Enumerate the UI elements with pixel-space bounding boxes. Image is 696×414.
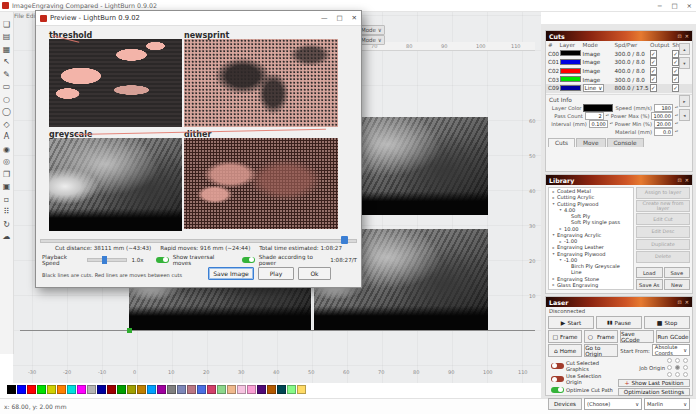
material-library-tree[interactable]: ▸Coated Metal▸Cutting Acrylic▾Cutting Pl… [548,187,634,290]
layer-color-swatch[interactable] [560,68,581,74]
output-checkbox[interactable]: ✓ [650,75,657,83]
show-checkbox[interactable]: ✓ [672,58,679,66]
marker-tool-icon[interactable]: ◉ [1,144,12,155]
palette-color-swatch[interactable] [67,385,76,394]
palette-color-swatch[interactable] [77,385,86,394]
window-maximize-button[interactable]: □ [671,2,677,10]
tree-expander-icon[interactable]: ▸ [551,289,556,290]
layer-mode-cell[interactable]: Image [583,59,615,65]
palette-color-swatch[interactable] [107,385,116,394]
tree-expander-icon[interactable]: ▾ [558,207,563,212]
save-image-button[interactable]: Save Image [208,267,254,280]
layer-mode-cell[interactable]: Image [583,68,615,74]
dialog-minimize-button[interactable]: — [321,14,328,22]
palette-color-swatch[interactable] [277,385,286,394]
window-close-button[interactable]: × [687,2,692,10]
spinner-icon[interactable]: ▴▾ [610,122,613,125]
output-checkbox[interactable]: ✓ [650,58,657,66]
palette-color-swatch[interactable] [7,385,16,394]
frame-circle-button[interactable]: ○Frame [584,330,618,343]
palette-color-swatch[interactable] [257,385,266,394]
frame-square-button[interactable]: ▢Frame [548,330,582,343]
stop-button[interactable]: ■Stop [644,316,690,329]
job-origin-radio[interactable] [675,372,680,377]
draw-line-icon[interactable]: ✎ [1,69,12,80]
job-origin-radio[interactable] [683,365,688,370]
palette-color-swatch[interactable] [157,385,166,394]
ellipse-tool-icon[interactable]: ○ [1,94,12,105]
play-button[interactable]: Play [258,267,294,280]
dialog-close-button[interactable]: ✕ [352,14,357,22]
dock-tab-cuts[interactable]: Cuts [548,138,575,147]
job-origin-radio[interactable] [667,372,672,377]
palette-color-swatch[interactable] [27,385,36,394]
palette-color-swatch[interactable] [267,385,276,394]
group-icon[interactable]: ❐ [1,169,12,180]
job-origin-radio[interactable] [683,372,688,377]
cuts-float-icon[interactable]: ⊡ [678,33,682,39]
polygon-tool-icon[interactable]: ◇ [1,119,12,130]
optimization-settings-button[interactable]: Optimization Settings [618,388,690,396]
devices-button[interactable]: Devices [548,398,582,410]
dialog-maximize-button[interactable]: □ [336,14,342,22]
preview-dialog-titlebar[interactable]: Preview - LightBurn 0.9.02 — □ ✕ [36,11,361,26]
palette-color-swatch[interactable] [227,385,236,394]
palette-color-swatch[interactable] [207,385,216,394]
layer-down-button[interactable]: ▾ [679,57,690,69]
laser-close-icon[interactable]: ✕ [685,299,689,305]
array-icon[interactable]: ⠿ [1,207,12,218]
tree-expander-icon[interactable]: ▾ [551,232,556,237]
circle-tool-icon[interactable]: ◯ [1,107,12,118]
library-save-button[interactable]: Save [664,267,691,278]
spinner-icon[interactable]: ▴▾ [675,130,678,133]
pause-button[interactable]: ▮▮Pause [596,316,642,329]
palette-color-swatch[interactable] [177,385,186,394]
cut-info-value[interactable]: 0.100 [589,120,608,128]
firmware-select[interactable]: Marlin∨ [644,398,690,410]
job-origin-radio[interactable] [675,365,680,370]
palette-color-swatch[interactable] [247,385,256,394]
library-float-icon[interactable]: ⊡ [678,177,682,183]
cut-layer-row[interactable]: C02Image400.0 / 8.0✓✓ [546,67,692,76]
use-selection-origin-toggle[interactable] [551,376,564,382]
playback-speed-slider[interactable] [87,258,128,262]
new-file-icon[interactable]: ❏ [1,19,12,30]
playback-progress-slider[interactable] [40,239,357,243]
library-tree-item[interactable]: ▸Paper [549,288,633,290]
home-button[interactable]: ⌂Home [548,344,582,357]
palette-color-swatch[interactable] [97,385,106,394]
library-duplicate-button[interactable]: Duplicate [636,239,690,251]
ok-button[interactable]: Ok [298,267,331,280]
goto-origin-button[interactable]: Go to Origin [584,344,618,357]
offset-tool-icon[interactable]: ◎ [1,157,12,168]
run-gcode-button[interactable]: Run GCode [656,330,690,343]
palette-color-swatch[interactable] [37,385,46,394]
cut-layer-row[interactable]: C01Image300.0 / 8.0✓✓ [546,58,692,67]
cut-layer-row[interactable]: C03Image300.0 / 8.0✓✓ [546,75,692,84]
layer-color-swatch[interactable] [560,76,581,82]
cut-layer-row[interactable]: C09Line∨800.0 / 17.5✓✓ [546,84,692,93]
tree-expander-icon[interactable]: ▸ [551,276,556,281]
trace-image-icon[interactable]: ☁ [1,232,12,243]
library-delete-button[interactable]: Delete [636,251,690,263]
layer-right-button[interactable]: ▸ [679,95,690,107]
palette-color-swatch[interactable] [187,385,196,394]
spinner-icon[interactable]: ▴▾ [675,122,678,125]
device-select[interactable]: (Choose)∨ [584,398,642,410]
spinner-icon[interactable]: ▴▾ [675,106,678,109]
cut-info-value[interactable]: 0.0 [654,128,673,136]
spinner-icon[interactable]: ▴▾ [606,114,609,117]
tree-expander-icon[interactable]: ▸ [551,245,556,250]
show-checkbox[interactable]: ✓ [672,84,679,92]
cut-info-value[interactable]: 20.00 [654,120,673,128]
show-checkbox[interactable]: ✓ [672,67,679,75]
job-origin-radio[interactable] [667,365,672,370]
optimize-cut-path-toggle[interactable] [551,387,564,393]
show-last-position-button[interactable]: +Show Last Position [618,379,690,387]
open-file-icon[interactable]: ▤ [1,32,12,43]
start-button[interactable]: ▶Start [548,316,594,329]
library-assign-to-layer-button[interactable]: Assign to layer [636,187,690,199]
library-load-button[interactable]: Load [636,267,663,278]
cut-info-value[interactable]: 2 [585,112,604,120]
job-origin-radio[interactable] [683,358,688,363]
